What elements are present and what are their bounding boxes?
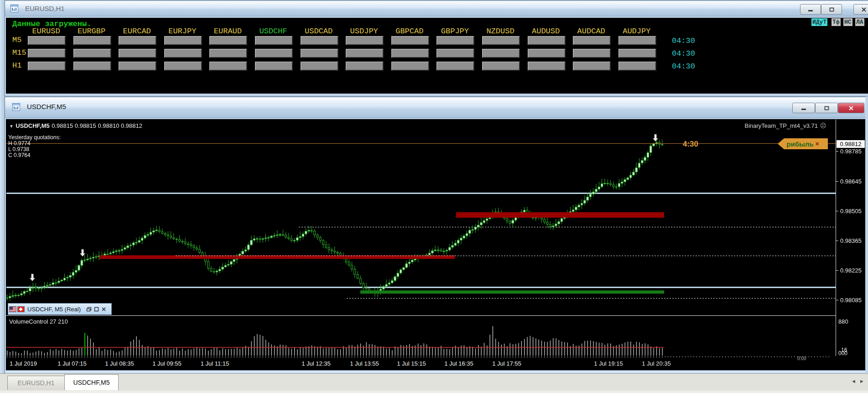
- signal-button-usdchf-m15[interactable]: [255, 49, 293, 58]
- signal-button-gbpcad-m5[interactable]: [391, 36, 429, 45]
- signal-button-audjpy-m15[interactable]: [619, 49, 656, 58]
- chart-tab-eurusd-h1[interactable]: EURUSD,H1: [7, 376, 65, 390]
- signal-button-eurcad-m5[interactable]: [119, 36, 156, 45]
- price-tick-mark: [836, 300, 838, 300]
- minimize-button[interactable]: [792, 103, 815, 113]
- corner-badge-3[interactable]: ЛА: [855, 18, 864, 26]
- signal-button-eurusd-m5[interactable]: [28, 36, 66, 45]
- restore-icon[interactable]: [86, 307, 92, 312]
- chart-ohlc-values: 0.98815 0.98815 0.98810 0.98812: [52, 122, 142, 129]
- tab-scroll-right-icon[interactable]: ►: [859, 378, 864, 384]
- signal-button-eurjpy-m15[interactable]: [164, 49, 202, 58]
- indicator-name-label: BinaryTeam_TP_mt4_v3.71: [745, 122, 818, 129]
- candlestick-chart-canvas[interactable]: [6, 120, 836, 315]
- close-button[interactable]: [838, 103, 864, 113]
- signal-button-usdjpy-m5[interactable]: [346, 36, 384, 45]
- bar-countdown-label: 0:00: [797, 356, 806, 361]
- corner-badge-0[interactable]: ИДуТ: [811, 18, 827, 26]
- time-axis-label: 1 Jul 08:35: [105, 360, 134, 367]
- pair-header-eurusd: EURUSD: [25, 27, 67, 36]
- timeframe-label-m5: M5: [12, 36, 21, 44]
- signal-button-usdchf-h1[interactable]: [255, 62, 293, 71]
- signal-button-eurjpy-m5[interactable]: [164, 36, 202, 45]
- signal-button-audusd-h1[interactable]: [528, 62, 566, 71]
- signal-button-audusd-m15[interactable]: [528, 49, 566, 58]
- sad-face-icon[interactable]: ☹: [820, 122, 826, 129]
- symbol-dropdown-icon[interactable]: ▼: [9, 124, 14, 129]
- chart-tab-usdchf-m5[interactable]: USDCHF,M5: [64, 374, 119, 390]
- signal-button-audcad-m15[interactable]: [573, 49, 611, 58]
- profit-tag[interactable]: рибыль ×: [778, 138, 828, 149]
- signal-button-gbpcad-h1[interactable]: [391, 62, 429, 71]
- mini-symbol-window-titlebar[interactable]: USDCHF, M5 (Real): [8, 303, 112, 315]
- timeframe-label-h1: H1: [12, 61, 21, 70]
- signal-button-nzdusd-m5[interactable]: [482, 36, 520, 45]
- signal-button-eurgbp-m5[interactable]: [73, 36, 111, 45]
- maximize-button[interactable]: [815, 103, 838, 113]
- signal-button-usdjpy-m15[interactable]: [346, 49, 384, 58]
- tab-scroll-left-icon[interactable]: ◄: [851, 378, 856, 384]
- chart-window-titlebar[interactable]: USDCHF,M5: [5, 97, 868, 118]
- signal-button-usdchf-m5[interactable]: [255, 36, 293, 45]
- chart-right-edge: [865, 97, 868, 373]
- close-icon[interactable]: [101, 307, 106, 312]
- pair-header-eurcad: EURCAD: [116, 27, 158, 36]
- signal-button-usdjpy-h1[interactable]: [346, 62, 384, 71]
- mt4-workspace: EURUSD,H1 Данные загружены. EURUSDEURGBP…: [0, 0, 868, 393]
- price-scale-border: [836, 120, 836, 371]
- signal-button-eurusd-m15[interactable]: [28, 49, 66, 58]
- signal-button-euraud-m15[interactable]: [209, 49, 247, 58]
- signal-button-audjpy-m5[interactable]: [619, 36, 656, 45]
- signal-button-euraud-h1[interactable]: [209, 62, 247, 71]
- corner-badge-2[interactable]: НС: [843, 18, 852, 26]
- signal-button-audjpy-h1[interactable]: [619, 62, 656, 71]
- signal-button-audusd-m5[interactable]: [528, 36, 566, 45]
- chart-header: ▼ USDCHF,M5 0.98815 0.98815 0.98810 0.98…: [9, 121, 142, 130]
- price-tick-mark: [836, 181, 838, 182]
- signal-button-eurgbp-m15[interactable]: [73, 49, 111, 58]
- signal-button-nzdusd-h1[interactable]: [482, 62, 520, 71]
- profit-tag-close-icon[interactable]: ×: [816, 140, 819, 147]
- pair-header-audjpy: AUDJPY: [616, 27, 658, 36]
- price-tick-label: 0.98505: [840, 208, 862, 215]
- time-axis-label: 1 Jul 16:35: [444, 360, 473, 367]
- volume-scale-max: 880: [838, 318, 848, 325]
- signal-button-eurcad-m15[interactable]: [119, 49, 156, 58]
- quote-window-titlebar[interactable]: EURUSD,H1: [5, 1, 868, 16]
- signal-button-gbpcad-m15[interactable]: [391, 49, 429, 58]
- volume-subwindow: VolumeControl 27 210: [6, 315, 836, 356]
- signal-button-gbpjpy-m15[interactable]: [437, 49, 474, 58]
- signal-button-audcad-h1[interactable]: [573, 62, 611, 71]
- swiss-flag-icon: [17, 306, 25, 312]
- signal-button-eurcad-h1[interactable]: [119, 62, 156, 71]
- signal-button-usdcad-m5[interactable]: [301, 36, 338, 45]
- signal-button-gbpjpy-h1[interactable]: [437, 62, 474, 71]
- volume-canvas: [6, 316, 836, 356]
- signal-button-eurgbp-h1[interactable]: [73, 62, 111, 71]
- signal-button-euraud-m5[interactable]: [209, 36, 247, 45]
- time-axis-label: 1 Jul 2019: [10, 360, 37, 367]
- price-tick-label: 0.98365: [840, 237, 862, 244]
- volume-scale-low: 000: [838, 350, 847, 356]
- pair-header-audusd: AUDUSD: [525, 27, 567, 36]
- signal-button-eurusd-h1[interactable]: [28, 62, 66, 71]
- minimize-button[interactable]: [800, 4, 821, 15]
- signal-button-audcad-m5[interactable]: [573, 36, 611, 45]
- price-tick-mark: [836, 151, 838, 152]
- signal-button-eurjpy-h1[interactable]: [164, 62, 202, 71]
- pair-header-usdcad: USDCAD: [298, 27, 340, 36]
- signal-button-usdcad-h1[interactable]: [301, 62, 338, 71]
- row-time-h1: 04:30: [672, 62, 699, 71]
- maximize-button[interactable]: [821, 4, 842, 15]
- chart-tab-bar: EURUSD,H1USDCHF,M5 ◄ ►: [0, 373, 868, 391]
- signal-button-gbpjpy-m5[interactable]: [437, 36, 474, 45]
- current-price-box: 0.98812: [837, 140, 865, 148]
- pair-header-euraud: EURAUD: [207, 27, 249, 36]
- maximize-icon[interactable]: [94, 307, 99, 312]
- corner-badge-1[interactable]: Тф: [832, 18, 841, 26]
- close-button[interactable]: [853, 4, 868, 15]
- signal-button-nzdusd-m15[interactable]: [482, 49, 520, 58]
- time-axis: 0:00 1 Jul 20191 Jul 07:151 Jul 08:351 J…: [6, 356, 836, 371]
- time-axis-label: 1 Jul 12:35: [301, 360, 331, 367]
- signal-button-usdcad-m15[interactable]: [301, 49, 338, 58]
